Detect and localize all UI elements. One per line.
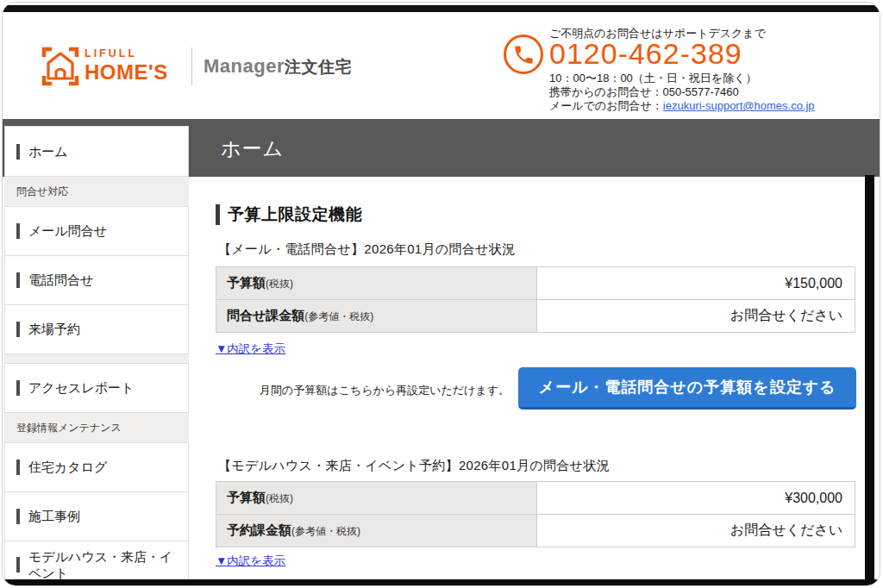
label-note: (税抜) xyxy=(266,492,293,504)
bottom-edge-bar xyxy=(3,579,880,586)
sidebar-item-construction-examples[interactable]: 施工事例 xyxy=(4,492,189,541)
sidebar-item-marker xyxy=(16,509,20,524)
budget-amount-label-cell: 予算額(税抜) xyxy=(216,267,537,300)
reserve-status-heading: 【モデルハウス・来店・イベント予約】2026年01月の問合せ状況 xyxy=(218,458,610,474)
logo-homes: HOME'S xyxy=(85,62,168,83)
reserve-budget-table: 予算額(税抜) ¥300,000 予約課金額(参考値・税抜) お問合せください xyxy=(216,481,855,547)
sidebar-item-label: 施工事例 xyxy=(28,508,87,525)
budget-amount-value: ¥150,000 xyxy=(537,267,855,300)
budget-amount-value: ¥300,000 xyxy=(537,482,855,515)
product-name-suffix: 注文住宅 xyxy=(285,58,352,76)
app-window: LIFULL HOME'S Manager注文住宅 ご不明点のお問合せはサポート… xyxy=(2,2,880,586)
sidebar-item-label: メール問合せ xyxy=(28,222,114,240)
sidebar-item-marker xyxy=(16,144,20,160)
sidebar-item-marker xyxy=(16,322,20,337)
logo-lifull: LIFULL xyxy=(85,48,168,59)
inquiry-charge-label-cell: 問合せ課金額(参考値・税抜) xyxy=(216,300,537,333)
sidebar-item-label: 来場予約 xyxy=(28,321,87,338)
product-name: Manager注文住宅 xyxy=(204,55,352,78)
sidebar-item-marker xyxy=(16,557,20,572)
lifull-homes-logo-text[interactable]: LIFULL HOME'S xyxy=(85,48,168,83)
sidebar-item-marker xyxy=(16,380,20,396)
phone-icon xyxy=(504,34,543,74)
label-note: (参考値・税抜) xyxy=(304,310,373,322)
lifull-homes-logo-icon[interactable] xyxy=(41,47,79,90)
sidebar-item-visit-reservation[interactable]: 来場予約 xyxy=(4,305,189,354)
reserve-breakdown-link[interactable]: ▼内訳を表示 xyxy=(216,554,285,569)
support-mail-label: メールでのお問合せ： xyxy=(549,99,663,112)
sidebar-item-access-report[interactable]: アクセスレポート xyxy=(4,364,189,413)
set-mail-tel-budget-button[interactable]: メール・電話問合せの予算額を設定する xyxy=(518,367,856,410)
sidebar: ホーム 問合せ対応 メール問合せ 電話問合せ 来場予約 アクセスレポート 登録情… xyxy=(4,126,189,586)
sidebar-item-label: 電話問合せ xyxy=(28,272,100,289)
sidebar-item-housing-catalog[interactable]: 住宅カタログ xyxy=(4,443,189,492)
support-phone-number: 0120-462-389 xyxy=(549,39,742,68)
table-row: 予算額(税抜) ¥300,000 xyxy=(216,482,855,515)
sidebar-item-label: ホーム xyxy=(28,143,75,160)
table-row: 予約課金額(参考値・税抜) お問合せください xyxy=(216,515,855,547)
page-title: ホーム xyxy=(221,135,284,162)
section-title-budget-limit: 予算上限設定機能 xyxy=(216,203,362,226)
sidebar-section-maintenance: 登録情報メンテナンス xyxy=(4,413,189,443)
right-edge-bar xyxy=(865,175,874,579)
section-title-text: 予算上限設定機能 xyxy=(228,203,362,226)
mail-tel-budget-table: 予算額(税抜) ¥150,000 問合せ課金額(参考値・税抜) お問合せください xyxy=(216,266,855,333)
reserve-charge-label-cell: 予約課金額(参考値・税抜) xyxy=(216,515,537,547)
sidebar-item-marker xyxy=(16,272,20,288)
label-note: (参考値・税抜) xyxy=(291,525,360,537)
support-mail-line: メールでのお問合せ：iezukuri-support@homes.co.jp xyxy=(549,98,815,114)
reserve-charge-value: お問合せください xyxy=(537,515,855,547)
budget-amount-label-cell: 予算額(税抜) xyxy=(216,482,537,515)
sidebar-group-gap xyxy=(4,354,189,364)
sidebar-item-marker xyxy=(16,460,20,475)
sidebar-item-phone-inquiry[interactable]: 電話問合せ xyxy=(4,256,189,305)
mail-tel-breakdown-link[interactable]: ▼内訳を表示 xyxy=(216,341,285,357)
sidebar-item-label: アクセスレポート xyxy=(28,379,141,397)
support-mail-link[interactable]: iezukuri-support@homes.co.jp xyxy=(663,99,815,112)
section-title-marker xyxy=(216,204,220,225)
logo-divider xyxy=(191,47,192,85)
sidebar-section-inquiry: 問合せ対応 xyxy=(4,177,189,207)
sidebar-item-label: モデルハウス・来店・イベント xyxy=(28,548,188,582)
sidebar-item-marker xyxy=(16,223,20,239)
table-row: 問合せ課金額(参考値・税抜) お問合せください xyxy=(216,300,855,333)
sidebar-item-label: 住宅カタログ xyxy=(28,459,114,476)
mail-tel-status-heading: 【メール・電話問合せ】2026年01月の問合せ状況 xyxy=(218,241,515,258)
table-row: 予算額(税抜) ¥150,000 xyxy=(216,267,855,300)
inquiry-charge-value: お問合せください xyxy=(537,300,855,333)
budget-reset-note: 月間の予算額はこちらから再設定いただけます。 xyxy=(218,383,510,398)
top-edge-bar xyxy=(3,5,880,12)
label-note: (税抜) xyxy=(266,278,293,290)
sidebar-item-mail-inquiry[interactable]: メール問合せ xyxy=(4,207,189,256)
sidebar-item-home[interactable]: ホーム xyxy=(4,126,189,177)
